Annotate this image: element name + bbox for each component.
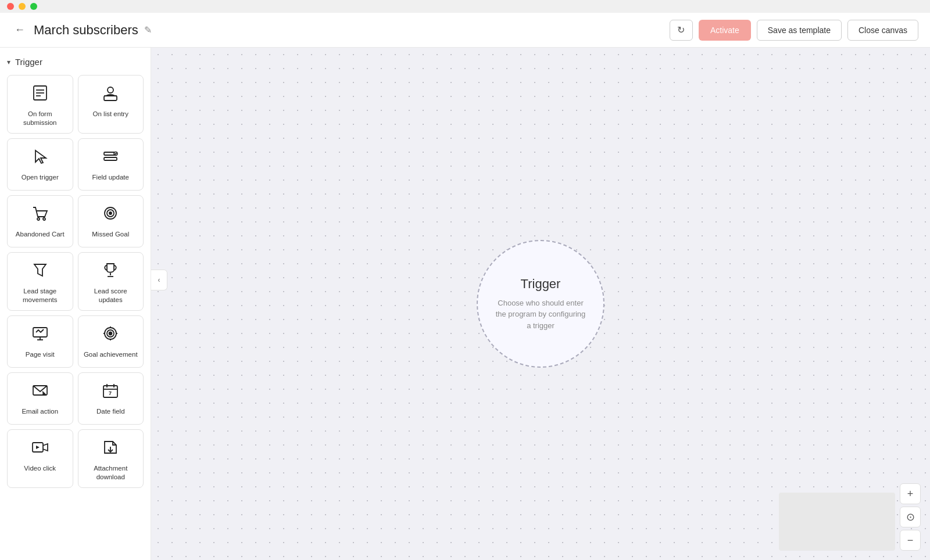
header: ← March subscribers ✎ ↻ Activate Save as…: [0, 13, 930, 48]
sidebar-collapse-button[interactable]: ‹: [151, 270, 167, 290]
minimap: [779, 493, 895, 551]
trigger-item-label: Goal achievement: [84, 350, 138, 359]
back-button[interactable]: ←: [12, 22, 28, 38]
trigger-item-label: Attachment download: [83, 464, 139, 482]
field-icon: [101, 147, 120, 168]
trigger-item-open-trigger[interactable]: Open trigger: [7, 138, 73, 191]
sidebar-section-header: ▾ Trigger: [7, 57, 144, 67]
dot-red[interactable]: [7, 3, 14, 10]
trigger-item-label: Email action: [22, 407, 58, 416]
svg-point-29: [43, 393, 44, 394]
trigger-item-email-action[interactable]: Email action: [7, 372, 73, 425]
zoom-in-button[interactable]: +: [900, 483, 921, 504]
svg-point-4: [108, 87, 113, 93]
email-icon: [31, 381, 49, 403]
edit-icon[interactable]: ✎: [144, 24, 152, 35]
trigger-item-video-click[interactable]: Video click: [7, 429, 73, 488]
activate-button[interactable]: Activate: [699, 20, 751, 41]
svg-point-11: [43, 218, 45, 220]
trigger-item-label: Date field: [96, 407, 125, 416]
trigger-node-description: Choose who should enter the program by c…: [495, 297, 586, 332]
funnel-icon: [31, 261, 49, 282]
svg-text:7: 7: [109, 390, 112, 396]
trigger-item-label: Field update: [92, 173, 129, 182]
svg-point-23: [109, 332, 112, 335]
close-canvas-button[interactable]: Close canvas: [847, 20, 918, 41]
dot-green[interactable]: [30, 3, 37, 10]
svg-marker-36: [36, 446, 40, 449]
trigger-item-field-update[interactable]: Field update: [78, 138, 144, 191]
svg-rect-5: [104, 96, 117, 100]
trigger-node-title: Trigger: [521, 277, 561, 292]
calendar-icon: 7: [101, 381, 120, 403]
trigger-item-on-list-entry[interactable]: On list entry: [78, 75, 144, 134]
trophy-icon: [101, 261, 120, 282]
zoom-out-button[interactable]: −: [900, 530, 921, 551]
trigger-item-label: Abandoned Cart: [16, 230, 65, 239]
zoom-reset-button[interactable]: ⊙: [900, 507, 921, 527]
trigger-item-page-visit[interactable]: Page visit: [7, 315, 73, 368]
save-template-button[interactable]: Save as template: [757, 20, 842, 41]
trigger-item-lead-score-updates[interactable]: Lead score updates: [78, 252, 144, 311]
dot-yellow[interactable]: [19, 3, 26, 10]
trigger-item-label: On form submission: [12, 110, 68, 127]
cursor-icon: [31, 147, 49, 168]
zoom-out-icon: −: [907, 534, 914, 547]
zoom-in-icon: +: [907, 488, 914, 500]
svg-rect-8: [104, 157, 117, 160]
trigger-item-label: Lead stage movements: [12, 287, 68, 304]
svg-marker-15: [34, 264, 46, 276]
svg-point-14: [109, 212, 112, 214]
target-icon: [101, 204, 120, 225]
chevron-down-icon[interactable]: ▾: [7, 58, 10, 66]
sidebar: ▾ Trigger On form submission: [0, 48, 151, 560]
titlebar: [0, 0, 930, 13]
canvas[interactable]: Trigger Choose who should enter the prog…: [151, 48, 930, 560]
trigger-node[interactable]: Trigger Choose who should enter the prog…: [477, 240, 604, 368]
header-right: ↻ Activate Save as template Close canvas: [670, 20, 918, 41]
trigger-item-abandoned-cart[interactable]: Abandoned Cart: [7, 195, 73, 247]
trigger-item-goal-achievement[interactable]: Goal achievement: [78, 315, 144, 368]
video-icon: [31, 438, 49, 460]
refresh-icon: ↻: [677, 24, 685, 35]
form-icon: [31, 84, 49, 105]
trigger-item-label: Missed Goal: [92, 230, 129, 239]
header-left: ← March subscribers ✎: [12, 22, 670, 38]
monitor-icon: [31, 324, 49, 346]
person-icon: [101, 84, 120, 105]
trigger-item-label: On list entry: [93, 110, 128, 119]
svg-point-10: [37, 218, 40, 220]
sidebar-section-label: Trigger: [15, 57, 42, 67]
trigger-item-label: Page visit: [26, 350, 55, 359]
cart-icon: [31, 204, 49, 225]
refresh-button[interactable]: ↻: [670, 20, 693, 41]
trigger-item-on-form-submission[interactable]: On form submission: [7, 75, 73, 134]
zoom-controls: + ⊙ −: [900, 483, 921, 551]
zoom-reset-icon: ⊙: [906, 511, 915, 523]
trigger-item-lead-stage-movements[interactable]: Lead stage movements: [7, 252, 73, 311]
collapse-icon: ‹: [158, 276, 160, 284]
trigger-item-date-field[interactable]: 7 Date field: [78, 372, 144, 425]
trigger-item-attachment-download[interactable]: Attachment download: [78, 429, 144, 488]
goal-icon: [101, 324, 120, 346]
trigger-item-label: Lead score updates: [83, 287, 139, 304]
trigger-item-missed-goal[interactable]: Missed Goal: [78, 195, 144, 247]
trigger-item-label: Video click: [24, 464, 56, 473]
page-title: March subscribers: [34, 23, 138, 38]
attachment-icon: [101, 438, 120, 460]
trigger-item-label: Open trigger: [22, 173, 59, 182]
trigger-grid: On form submission On list entry Open: [7, 75, 144, 488]
